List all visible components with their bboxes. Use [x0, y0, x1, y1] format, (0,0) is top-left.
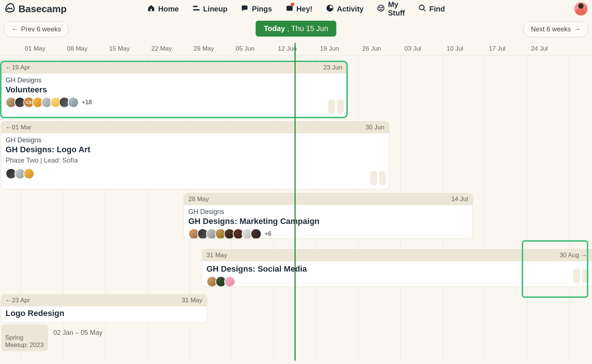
date-col: 22 May [151, 45, 172, 52]
nav-pings-label: Pings [252, 5, 272, 13]
brand[interactable]: Basecamp [4, 2, 67, 16]
svg-line-6 [423, 9, 426, 11]
card-title: Volunteers [6, 85, 342, 95]
event-spring-meetup[interactable]: Spring Meetup: 2023 [1, 324, 48, 351]
card-head: ←23 Apr 31 May [1, 295, 207, 306]
card-head: ←01 Mar 30 Jun [1, 122, 389, 133]
resize-handle-icon[interactable] [582, 269, 589, 283]
nav-find[interactable]: Find [418, 4, 445, 14]
avatar-row: CS +18 [6, 97, 342, 108]
event-title: Spring Meetup: 2023 [5, 334, 44, 348]
card-logo-redesign[interactable]: ←23 Apr 31 May Logo Redesign [1, 294, 207, 323]
resize-handle-icon[interactable] [328, 99, 335, 113]
lineup-timeline: 01 May 08 May 15 May 22 May 29 May 05 Ju… [0, 43, 592, 361]
prev-6-weeks-label: Prev 6 weeks [21, 25, 61, 33]
avatar-row [6, 168, 384, 179]
today-date: , Thu 15 Jun [287, 24, 328, 33]
event-date-range: 02 Jan – 05 May [53, 329, 102, 337]
basecamp-logo-icon [4, 2, 16, 16]
date-col: 03 Jul [404, 45, 421, 52]
nav-home[interactable]: Home [147, 4, 179, 14]
next-6-weeks-button[interactable]: Next 6 weeks → [523, 21, 588, 37]
resize-handle-icon[interactable] [379, 171, 386, 185]
card-subtitle: Phase Two | Lead: Sofía [6, 157, 384, 164]
avatar-row: +6 [188, 228, 468, 239]
pings-icon [241, 4, 249, 14]
arrow-left-icon: ← [11, 25, 18, 33]
resize-handle-icon[interactable] [370, 171, 377, 185]
today-label: Today [264, 24, 285, 33]
svg-rect-1 [193, 9, 199, 10]
next-6-weeks-label: Next 6 weeks [531, 25, 571, 33]
nav-hey[interactable]: Hey! [285, 4, 312, 14]
date-col: 10 Jul [447, 45, 463, 52]
card-social-media[interactable]: 31 May 30 Aug → GH Designs: Social Media [202, 249, 592, 287]
avatar-icon [23, 168, 34, 179]
profile-avatar[interactable] [574, 2, 588, 16]
resize-handle-icon[interactable] [337, 99, 344, 113]
card-marketing-campaign[interactable]: 28 May 14 Jul GH Designs GH Designs: Mar… [184, 193, 473, 239]
card-head: 28 May 14 Jul [184, 193, 472, 205]
card-volunteers[interactable]: ←19 Apr 23 Jun GH Designs Volunteers CS … [1, 61, 347, 118]
date-col: 15 May [109, 45, 130, 52]
date-col: 19 Jun [320, 45, 339, 52]
notification-dot-icon [290, 3, 294, 6]
resize-handles [328, 99, 344, 113]
card-end-date: 30 Jun [366, 124, 384, 131]
resize-handles [573, 269, 589, 283]
today-indicator[interactable]: Today , Thu 15 Jun [256, 21, 336, 37]
card-head: ←19 Apr 23 Jun [1, 62, 347, 74]
resize-handles [370, 171, 386, 185]
card-title: GH Designs: Marketing Campaign [188, 217, 468, 226]
nav-pings[interactable]: Pings [241, 4, 272, 14]
lineup-icon [192, 4, 200, 14]
card-start-date: ←19 Apr [6, 64, 30, 71]
card-title: Logo Redesign [1, 306, 207, 323]
date-col: 26 Jun [362, 45, 381, 52]
nav-lineup-label: Lineup [203, 5, 228, 13]
card-end-date: 31 May [182, 297, 202, 304]
nav-center: Home Lineup Pings Hey! Activity [147, 0, 445, 17]
card-body: GH Designs GH Designs: Marketing Campaig… [184, 205, 472, 239]
card-title: GH Designs: Logo Art [6, 145, 384, 154]
avatar-icon [250, 228, 262, 239]
nav-find-label: Find [429, 5, 445, 13]
date-col: 12 Jun [278, 45, 297, 52]
card-company: GH Designs [6, 76, 342, 84]
controls-row: ← Prev 6 weeks Today , Thu 15 Jun Next 6… [0, 19, 592, 41]
nav-activity[interactable]: Activity [326, 4, 363, 14]
nav-home-label: Home [158, 5, 179, 13]
card-end-date: 30 Aug → [559, 252, 587, 259]
avatar-overflow-count: +18 [82, 99, 92, 106]
search-icon [418, 4, 426, 14]
date-col: 17 Jul [489, 45, 505, 52]
card-start-date: ←01 Mar [6, 124, 31, 131]
card-title: GH Designs: Social Media [206, 264, 587, 274]
nav-mystuff[interactable]: My Stuff [377, 0, 405, 17]
card-head: 31 May 30 Aug → [202, 249, 592, 261]
svg-point-3 [379, 7, 380, 8]
svg-point-5 [419, 5, 424, 10]
resize-handle-icon[interactable] [573, 269, 580, 283]
card-body: GH Designs GH Designs: Logo Art Phase Tw… [1, 133, 389, 184]
top-nav: Basecamp Home Lineup Pings Hey! [0, 0, 592, 18]
card-company: GH Designs [188, 208, 468, 216]
avatar-icon [224, 276, 235, 287]
date-header: 01 May 08 May 15 May 22 May 29 May 05 Ju… [0, 43, 592, 55]
date-col: 01 May [25, 45, 46, 52]
date-col: 24 Jul [531, 45, 548, 52]
card-body: GH Designs: Social Media [202, 261, 592, 287]
card-company: GH Designs [6, 136, 384, 144]
svg-point-2 [378, 5, 384, 11]
card-start-date: 28 May [188, 195, 209, 203]
mystuff-icon [377, 4, 385, 14]
arrow-right-icon: → [574, 25, 581, 33]
card-logo-art[interactable]: ←01 Mar 30 Jun GH Designs GH Designs: Lo… [1, 121, 389, 189]
home-icon [147, 4, 155, 14]
activity-icon [326, 4, 334, 14]
avatar-overflow-count: +6 [265, 231, 271, 237]
hey-icon [285, 4, 293, 14]
nav-lineup[interactable]: Lineup [192, 4, 228, 14]
card-start-date: 31 May [206, 252, 227, 259]
prev-6-weeks-button[interactable]: ← Prev 6 weeks [4, 21, 69, 37]
